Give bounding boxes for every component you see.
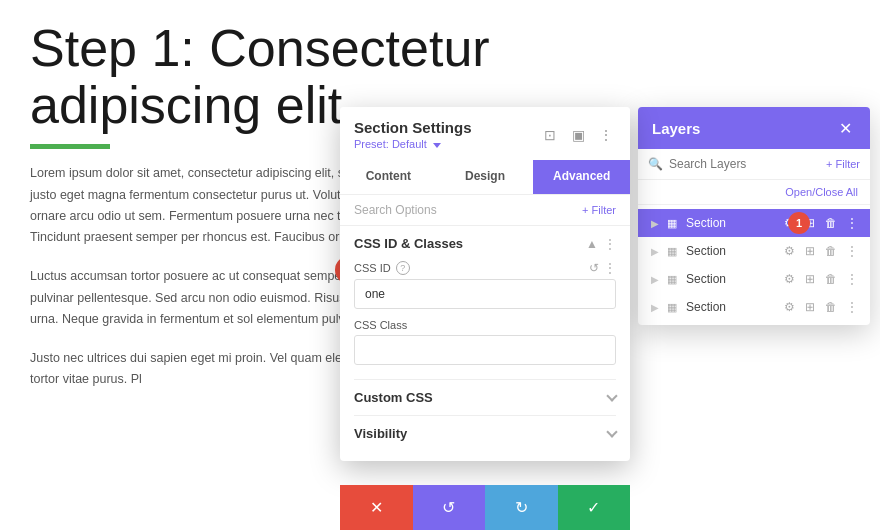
- layer-gear-icon-3[interactable]: ⚙: [781, 299, 797, 315]
- ss-body: CSS ID & Classes ▲ ⋮ CSS ID ? ↺ ⋮ CSS Cl…: [340, 226, 630, 461]
- layers-close-button[interactable]: ✕: [834, 117, 856, 139]
- visibility-label: Visibility: [354, 426, 407, 441]
- layer-indent-2: ▶: [648, 272, 662, 286]
- css-id-field-icons: ↺ ⋮: [589, 261, 616, 275]
- save-button[interactable]: ✓: [558, 485, 631, 530]
- layer-copy-icon-3[interactable]: ⊞: [802, 299, 818, 315]
- layer-gear-icon-1[interactable]: ⚙: [781, 243, 797, 259]
- collapse-icon[interactable]: ▲: [586, 237, 598, 251]
- css-section-header: CSS ID & Classes ▲ ⋮: [354, 236, 616, 251]
- tab-advanced[interactable]: Advanced: [533, 160, 630, 194]
- undo-css-icon[interactable]: ↺: [589, 261, 599, 275]
- layer-actions-2: ⚙ ⊞ 🗑 ⋮: [781, 271, 860, 287]
- layer-name-0: Section: [686, 216, 781, 230]
- layer-badge-0: 1: [788, 212, 810, 234]
- layers-header: Layers ✕: [638, 107, 870, 149]
- section-settings-panel: Section Settings Preset: Default ⊡ ▣ ⋮ C…: [340, 107, 630, 461]
- cancel-button[interactable]: ✕: [340, 485, 413, 530]
- layer-more-icon-2[interactable]: ⋮: [844, 271, 860, 287]
- layers-list: ▶ ▦ Section 1 ⚙ ⊞ 🗑 ⋮ ▶ ▦ Section ⚙ ⊞ 🗑 …: [638, 205, 870, 325]
- ss-tabs: Content Design Advanced: [340, 160, 630, 195]
- more-icon[interactable]: ⋮: [596, 125, 616, 145]
- css-id-help-icon[interactable]: ?: [396, 261, 410, 275]
- layer-name-1: Section: [686, 244, 781, 258]
- layer-row-3[interactable]: ▶ ▦ Section ⚙ ⊞ 🗑 ⋮: [638, 293, 870, 321]
- layer-icon-1: ▦: [664, 243, 680, 259]
- layer-gear-icon-2[interactable]: ⚙: [781, 271, 797, 287]
- layer-indent-1: ▶: [648, 244, 662, 258]
- visibility-accordion[interactable]: Visibility: [354, 415, 616, 451]
- layer-trash-icon-1[interactable]: 🗑: [823, 243, 839, 259]
- css-id-input[interactable]: [354, 279, 616, 309]
- tab-design[interactable]: Design: [437, 160, 534, 194]
- layer-row-1[interactable]: ▶ ▦ Section ⚙ ⊞ 🗑 ⋮: [638, 237, 870, 265]
- redo-button[interactable]: ↻: [485, 485, 558, 530]
- ss-search-bar: Search Options + Filter: [340, 195, 630, 226]
- css-id-field-label: CSS ID ? ↺ ⋮: [354, 261, 616, 275]
- layers-title: Layers: [652, 120, 700, 137]
- search-icon: 🔍: [648, 157, 663, 171]
- css-section-icons: ▲ ⋮: [586, 237, 616, 251]
- custom-css-accordion[interactable]: Custom CSS: [354, 379, 616, 415]
- heading-line2: adipiscing elit: [30, 76, 342, 134]
- layer-actions-3: ⚙ ⊞ 🗑 ⋮: [781, 299, 860, 315]
- layer-more-icon-0[interactable]: ⋮: [844, 215, 860, 231]
- layer-copy-icon-1[interactable]: ⊞: [802, 243, 818, 259]
- green-divider: [30, 144, 110, 149]
- layer-name-3: Section: [686, 300, 781, 314]
- layer-more-icon-3[interactable]: ⋮: [844, 299, 860, 315]
- ss-preset[interactable]: Preset: Default: [354, 138, 472, 150]
- visibility-chevron-icon: [606, 426, 617, 437]
- fullscreen-icon[interactable]: ⊡: [540, 125, 560, 145]
- custom-css-chevron-icon: [606, 390, 617, 401]
- layer-name-2: Section: [686, 272, 781, 286]
- css-id-label-text: CSS ID: [354, 262, 391, 274]
- layer-actions-1: ⚙ ⊞ 🗑 ⋮: [781, 243, 860, 259]
- heading-bold: Step 1:: [30, 19, 195, 77]
- layer-icon-3: ▦: [664, 299, 680, 315]
- ss-header-icons: ⊡ ▣ ⋮: [540, 125, 616, 145]
- css-section-title: CSS ID & Classes: [354, 236, 463, 251]
- layer-icon-0: ▦: [664, 215, 680, 231]
- layers-filter-button[interactable]: + Filter: [826, 158, 860, 170]
- dock-icon[interactable]: ▣: [568, 125, 588, 145]
- layers-search-input[interactable]: [669, 157, 820, 171]
- layer-trash-icon-3[interactable]: 🗑: [823, 299, 839, 315]
- css-class-label: CSS Class: [354, 319, 616, 331]
- open-close-all[interactable]: Open/Close All: [638, 180, 870, 205]
- layer-row-2[interactable]: ▶ ▦ Section ⚙ ⊞ 🗑 ⋮: [638, 265, 870, 293]
- layer-more-icon-1[interactable]: ⋮: [844, 243, 860, 259]
- ss-preset-text: Preset: Default: [354, 138, 427, 150]
- ss-title-area: Section Settings Preset: Default: [354, 119, 472, 150]
- layers-search-bar: 🔍 + Filter: [638, 149, 870, 180]
- layers-panel: Layers ✕ 🔍 + Filter Open/Close All ▶ ▦ S…: [638, 107, 870, 325]
- ss-footer-bar: ✕ ↺ ↻ ✓: [340, 485, 630, 530]
- heading-normal: Consectetur: [209, 19, 489, 77]
- custom-css-label: Custom CSS: [354, 390, 433, 405]
- preset-dropdown-icon: [433, 143, 441, 148]
- section-settings-header: Section Settings Preset: Default ⊡ ▣ ⋮: [340, 107, 630, 150]
- ss-filter-button[interactable]: + Filter: [582, 204, 616, 216]
- section-settings-title: Section Settings: [354, 119, 472, 136]
- layer-indent-3: ▶: [648, 300, 662, 314]
- ss-search-options[interactable]: Search Options: [354, 203, 582, 217]
- layer-row-0[interactable]: ▶ ▦ Section 1 ⚙ ⊞ 🗑 ⋮: [638, 209, 870, 237]
- undo-button[interactable]: ↺: [413, 485, 486, 530]
- more-css-icon[interactable]: ⋮: [604, 261, 616, 275]
- layer-trash-icon-0[interactable]: 🗑: [823, 215, 839, 231]
- layer-indent-0: ▶: [648, 216, 662, 230]
- tab-content[interactable]: Content: [340, 160, 437, 194]
- layer-icon-2: ▦: [664, 271, 680, 287]
- css-more-icon[interactable]: ⋮: [604, 237, 616, 251]
- css-class-input[interactable]: [354, 335, 616, 365]
- layer-copy-icon-2[interactable]: ⊞: [802, 271, 818, 287]
- layer-trash-icon-2[interactable]: 🗑: [823, 271, 839, 287]
